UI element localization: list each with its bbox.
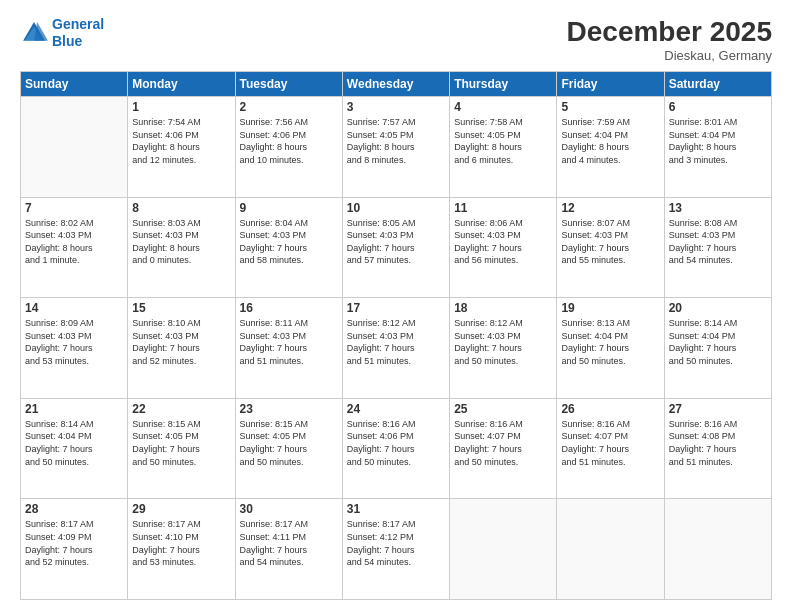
calendar-cell: 18Sunrise: 8:12 AM Sunset: 4:03 PM Dayli…	[450, 298, 557, 399]
day-number: 19	[561, 301, 659, 315]
calendar-cell: 10Sunrise: 8:05 AM Sunset: 4:03 PM Dayli…	[342, 197, 449, 298]
day-info: Sunrise: 8:08 AM Sunset: 4:03 PM Dayligh…	[669, 217, 767, 267]
day-info: Sunrise: 8:02 AM Sunset: 4:03 PM Dayligh…	[25, 217, 123, 267]
day-number: 3	[347, 100, 445, 114]
calendar-body: 1Sunrise: 7:54 AM Sunset: 4:06 PM Daylig…	[21, 97, 772, 600]
day-number: 28	[25, 502, 123, 516]
day-info: Sunrise: 7:57 AM Sunset: 4:05 PM Dayligh…	[347, 116, 445, 166]
day-number: 18	[454, 301, 552, 315]
day-number: 17	[347, 301, 445, 315]
day-info: Sunrise: 8:17 AM Sunset: 4:09 PM Dayligh…	[25, 518, 123, 568]
day-info: Sunrise: 8:06 AM Sunset: 4:03 PM Dayligh…	[454, 217, 552, 267]
day-number: 24	[347, 402, 445, 416]
calendar-cell	[21, 97, 128, 198]
calendar-week: 14Sunrise: 8:09 AM Sunset: 4:03 PM Dayli…	[21, 298, 772, 399]
day-number: 30	[240, 502, 338, 516]
day-info: Sunrise: 8:01 AM Sunset: 4:04 PM Dayligh…	[669, 116, 767, 166]
svg-marker-2	[34, 22, 48, 41]
calendar-cell: 29Sunrise: 8:17 AM Sunset: 4:10 PM Dayli…	[128, 499, 235, 600]
calendar-cell	[450, 499, 557, 600]
day-number: 20	[669, 301, 767, 315]
day-number: 2	[240, 100, 338, 114]
day-info: Sunrise: 8:17 AM Sunset: 4:11 PM Dayligh…	[240, 518, 338, 568]
day-info: Sunrise: 8:16 AM Sunset: 4:06 PM Dayligh…	[347, 418, 445, 468]
calendar-cell: 27Sunrise: 8:16 AM Sunset: 4:08 PM Dayli…	[664, 398, 771, 499]
calendar-cell: 30Sunrise: 8:17 AM Sunset: 4:11 PM Dayli…	[235, 499, 342, 600]
day-of-week-header: Sunday	[21, 72, 128, 97]
calendar-cell: 8Sunrise: 8:03 AM Sunset: 4:03 PM Daylig…	[128, 197, 235, 298]
calendar-cell: 23Sunrise: 8:15 AM Sunset: 4:05 PM Dayli…	[235, 398, 342, 499]
calendar-cell: 1Sunrise: 7:54 AM Sunset: 4:06 PM Daylig…	[128, 97, 235, 198]
day-number: 31	[347, 502, 445, 516]
calendar-cell: 15Sunrise: 8:10 AM Sunset: 4:03 PM Dayli…	[128, 298, 235, 399]
day-number: 7	[25, 201, 123, 215]
calendar-cell: 12Sunrise: 8:07 AM Sunset: 4:03 PM Dayli…	[557, 197, 664, 298]
day-info: Sunrise: 8:16 AM Sunset: 4:08 PM Dayligh…	[669, 418, 767, 468]
location: Dieskau, Germany	[567, 48, 772, 63]
day-number: 29	[132, 502, 230, 516]
day-of-week-header: Thursday	[450, 72, 557, 97]
logo-text: General Blue	[52, 16, 104, 50]
logo-line1: General	[52, 16, 104, 32]
day-info: Sunrise: 8:14 AM Sunset: 4:04 PM Dayligh…	[25, 418, 123, 468]
logo-icon	[20, 19, 48, 47]
calendar-cell: 4Sunrise: 7:58 AM Sunset: 4:05 PM Daylig…	[450, 97, 557, 198]
day-info: Sunrise: 8:05 AM Sunset: 4:03 PM Dayligh…	[347, 217, 445, 267]
calendar-cell: 26Sunrise: 8:16 AM Sunset: 4:07 PM Dayli…	[557, 398, 664, 499]
day-number: 6	[669, 100, 767, 114]
day-number: 23	[240, 402, 338, 416]
day-number: 15	[132, 301, 230, 315]
day-info: Sunrise: 8:12 AM Sunset: 4:03 PM Dayligh…	[454, 317, 552, 367]
day-info: Sunrise: 8:03 AM Sunset: 4:03 PM Dayligh…	[132, 217, 230, 267]
day-of-week-header: Saturday	[664, 72, 771, 97]
day-info: Sunrise: 8:11 AM Sunset: 4:03 PM Dayligh…	[240, 317, 338, 367]
calendar-cell: 16Sunrise: 8:11 AM Sunset: 4:03 PM Dayli…	[235, 298, 342, 399]
day-of-week-header: Friday	[557, 72, 664, 97]
day-info: Sunrise: 8:04 AM Sunset: 4:03 PM Dayligh…	[240, 217, 338, 267]
day-of-week-header: Tuesday	[235, 72, 342, 97]
logo: General Blue	[20, 16, 104, 50]
month-title: December 2025	[567, 16, 772, 48]
day-info: Sunrise: 7:59 AM Sunset: 4:04 PM Dayligh…	[561, 116, 659, 166]
calendar-week: 7Sunrise: 8:02 AM Sunset: 4:03 PM Daylig…	[21, 197, 772, 298]
calendar-cell: 22Sunrise: 8:15 AM Sunset: 4:05 PM Dayli…	[128, 398, 235, 499]
day-info: Sunrise: 8:07 AM Sunset: 4:03 PM Dayligh…	[561, 217, 659, 267]
day-number: 13	[669, 201, 767, 215]
day-info: Sunrise: 8:09 AM Sunset: 4:03 PM Dayligh…	[25, 317, 123, 367]
calendar-cell: 14Sunrise: 8:09 AM Sunset: 4:03 PM Dayli…	[21, 298, 128, 399]
calendar-cell: 11Sunrise: 8:06 AM Sunset: 4:03 PM Dayli…	[450, 197, 557, 298]
calendar-cell: 24Sunrise: 8:16 AM Sunset: 4:06 PM Dayli…	[342, 398, 449, 499]
day-info: Sunrise: 8:10 AM Sunset: 4:03 PM Dayligh…	[132, 317, 230, 367]
day-info: Sunrise: 8:16 AM Sunset: 4:07 PM Dayligh…	[561, 418, 659, 468]
header-row: SundayMondayTuesdayWednesdayThursdayFrid…	[21, 72, 772, 97]
header: General Blue December 2025 Dieskau, Germ…	[20, 16, 772, 63]
day-number: 8	[132, 201, 230, 215]
day-number: 22	[132, 402, 230, 416]
calendar-cell: 21Sunrise: 8:14 AM Sunset: 4:04 PM Dayli…	[21, 398, 128, 499]
calendar-cell: 17Sunrise: 8:12 AM Sunset: 4:03 PM Dayli…	[342, 298, 449, 399]
calendar-cell	[664, 499, 771, 600]
day-number: 27	[669, 402, 767, 416]
day-number: 21	[25, 402, 123, 416]
day-info: Sunrise: 8:14 AM Sunset: 4:04 PM Dayligh…	[669, 317, 767, 367]
calendar-cell: 25Sunrise: 8:16 AM Sunset: 4:07 PM Dayli…	[450, 398, 557, 499]
calendar-cell	[557, 499, 664, 600]
day-number: 14	[25, 301, 123, 315]
calendar-cell: 6Sunrise: 8:01 AM Sunset: 4:04 PM Daylig…	[664, 97, 771, 198]
day-info: Sunrise: 8:17 AM Sunset: 4:12 PM Dayligh…	[347, 518, 445, 568]
calendar-cell: 5Sunrise: 7:59 AM Sunset: 4:04 PM Daylig…	[557, 97, 664, 198]
day-number: 10	[347, 201, 445, 215]
day-info: Sunrise: 8:12 AM Sunset: 4:03 PM Dayligh…	[347, 317, 445, 367]
calendar-cell: 28Sunrise: 8:17 AM Sunset: 4:09 PM Dayli…	[21, 499, 128, 600]
calendar-week: 21Sunrise: 8:14 AM Sunset: 4:04 PM Dayli…	[21, 398, 772, 499]
day-info: Sunrise: 8:15 AM Sunset: 4:05 PM Dayligh…	[132, 418, 230, 468]
page: General Blue December 2025 Dieskau, Germ…	[0, 0, 792, 612]
day-number: 5	[561, 100, 659, 114]
day-info: Sunrise: 8:17 AM Sunset: 4:10 PM Dayligh…	[132, 518, 230, 568]
day-of-week-header: Wednesday	[342, 72, 449, 97]
day-info: Sunrise: 7:56 AM Sunset: 4:06 PM Dayligh…	[240, 116, 338, 166]
logo-line2: Blue	[52, 33, 82, 49]
day-number: 16	[240, 301, 338, 315]
calendar-cell: 13Sunrise: 8:08 AM Sunset: 4:03 PM Dayli…	[664, 197, 771, 298]
day-info: Sunrise: 7:58 AM Sunset: 4:05 PM Dayligh…	[454, 116, 552, 166]
